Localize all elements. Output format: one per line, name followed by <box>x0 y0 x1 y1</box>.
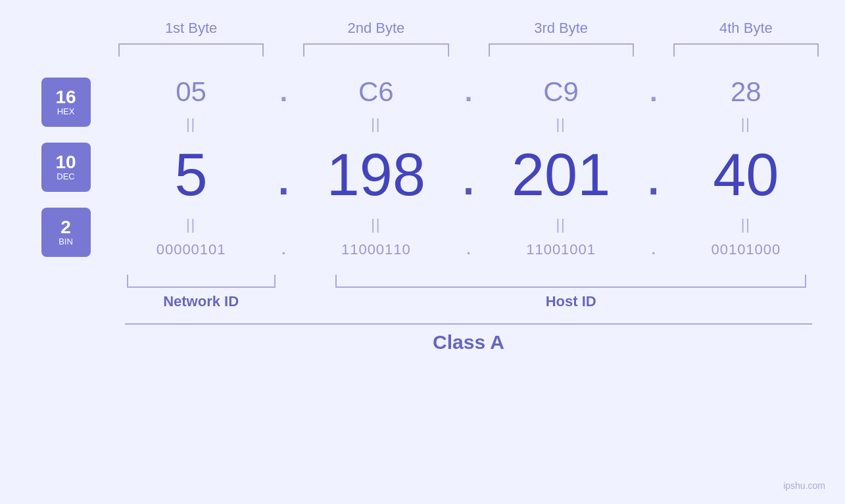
base-labels-col: 16 HEX 10 DEC 2 BIN <box>26 70 118 265</box>
class-bracket-line <box>125 323 812 325</box>
eq2-3: || <box>489 216 634 233</box>
bracket-4 <box>673 43 819 57</box>
main-container: 1st Byte 2nd Byte 3rd Byte 4th Byte 16 H… <box>0 0 845 504</box>
eq-4: || <box>673 116 819 133</box>
byte-1-label: 1st Byte <box>118 20 264 37</box>
byte-3-label: 3rd Byte <box>489 20 634 37</box>
bin-val-4: 00101000 <box>673 241 819 258</box>
dec-base-number: 10 <box>55 153 76 172</box>
values-area: 05 . C6 . C9 . 28 <box>118 70 819 265</box>
eq2-1: || <box>118 216 264 233</box>
bin-val-2: 11000110 <box>303 241 448 258</box>
dec-dot-3: . <box>634 141 673 208</box>
hex-row: 05 . C6 . C9 . 28 <box>118 70 819 114</box>
dec-base-label: DEC <box>57 172 74 182</box>
bracket-3 <box>489 43 634 57</box>
byte-2-label: 2nd Byte <box>303 20 448 37</box>
bin-badge: 2 BIN <box>41 208 91 257</box>
network-id-section: Network ID <box>118 275 283 310</box>
content-area: 16 HEX 10 DEC 2 BIN 05 . <box>26 70 819 265</box>
dec-val-1: 5 <box>118 145 264 204</box>
bracket-1 <box>118 43 264 57</box>
header-row: 1st Byte 2nd Byte 3rd Byte 4th Byte <box>26 20 819 37</box>
bin-val-3: 11001001 <box>489 241 634 258</box>
bin-val-1: 00000101 <box>118 241 264 258</box>
eq-3: || <box>489 116 634 133</box>
bracket-2 <box>303 43 448 57</box>
dec-row: 5 . 198 . 201 . 40 <box>118 134 819 215</box>
eq-2: || <box>303 116 448 133</box>
bin-dot-2: . <box>449 241 489 258</box>
network-id-bracket <box>127 275 276 288</box>
byte-4-label: 4th Byte <box>673 20 819 37</box>
hex-badge: 16 HEX <box>41 78 91 127</box>
dec-dot-1: . <box>264 141 303 208</box>
bin-dot-1: . <box>264 241 303 258</box>
hex-val-4: 28 <box>673 76 819 108</box>
top-bracket-row <box>26 43 819 57</box>
hex-val-3: C9 <box>489 76 634 108</box>
dec-val-3: 201 <box>489 145 634 204</box>
bin-base-number: 2 <box>60 218 71 237</box>
bin-row: 00000101 . 11000110 . 11001001 . <box>118 235 819 265</box>
equals-row-2: || || || || <box>118 215 819 235</box>
bin-base-label: BIN <box>59 237 73 247</box>
class-label: Class A <box>433 331 504 354</box>
dec-val-4: 40 <box>673 145 819 204</box>
dec-dot-2: . <box>449 141 489 208</box>
bottom-area: Network ID Host ID <box>26 275 819 310</box>
dec-val-2: 198 <box>303 145 448 204</box>
hex-val-2: C6 <box>303 76 448 108</box>
host-id-bracket <box>335 275 806 288</box>
hex-base-label: HEX <box>57 106 75 117</box>
bin-dot-3: . <box>634 241 673 258</box>
host-id-label: Host ID <box>546 293 596 310</box>
dec-badge: 10 DEC <box>41 143 91 192</box>
equals-row-1: || || || || <box>118 114 819 134</box>
hex-dot-1: . <box>264 76 303 108</box>
hex-dot-2: . <box>449 76 489 108</box>
eq2-4: || <box>673 216 819 233</box>
hex-dot-3: . <box>634 76 673 108</box>
hex-val-1: 05 <box>118 76 264 108</box>
eq2-2: || <box>303 216 448 233</box>
eq-1: || <box>118 116 264 133</box>
hex-base-number: 16 <box>55 88 76 106</box>
bottom-brackets: Network ID Host ID <box>118 275 819 310</box>
watermark: ipshu.com <box>783 480 825 491</box>
network-id-label: Network ID <box>163 293 239 310</box>
class-section: Class A <box>26 323 819 354</box>
